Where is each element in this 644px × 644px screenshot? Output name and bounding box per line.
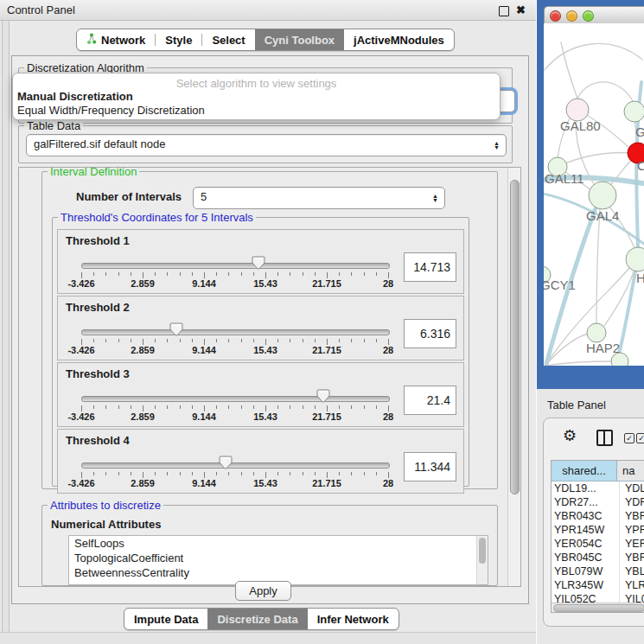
- cell-name: YDL1: [620, 481, 644, 495]
- tick-mark: [290, 472, 290, 475]
- threshold-value-field[interactable]: 6.316: [404, 319, 456, 348]
- network-node-green[interactable]: [624, 101, 644, 122]
- tick-mark: [118, 472, 119, 475]
- scale-label: -3.426: [55, 345, 107, 355]
- tick-mark: [118, 339, 119, 342]
- table-row[interactable]: YBL079WYBL0: [552, 564, 644, 578]
- scale-label: 21.715: [301, 478, 353, 488]
- tick-mark: [93, 272, 94, 276]
- tab-select[interactable]: Select: [202, 29, 254, 50]
- dropdown-item-equal-width-frequency-discretization[interactable]: Equal Width/Frequency Discretization: [17, 104, 205, 117]
- scale-label: 2.859: [117, 478, 169, 488]
- tick-mark: [290, 405, 290, 409]
- float-window-icon[interactable]: [499, 6, 509, 16]
- threshold-value-field[interactable]: 21.4: [404, 386, 456, 415]
- settings-scrollbar[interactable]: [507, 168, 520, 586]
- tick-mark: [376, 472, 377, 475]
- slider-track[interactable]: [81, 396, 390, 402]
- slider-track[interactable]: [81, 263, 390, 269]
- stepper-icon: ▲▼: [494, 141, 500, 150]
- slider-thumb[interactable]: [169, 322, 183, 337]
- attribute-item-betweennesscentrality[interactable]: BetweennessCentrality: [69, 565, 488, 580]
- tick-mark: [277, 405, 278, 409]
- tick-mark: [327, 472, 328, 478]
- tick-mark: [204, 272, 205, 278]
- network-node-green[interactable]: [589, 182, 616, 209]
- column-header-shared-name[interactable]: shared...: [552, 461, 617, 481]
- control-panel-title: Control Panel: [7, 3, 75, 16]
- tab-style[interactable]: Style: [156, 29, 201, 50]
- numerical-attributes-list[interactable]: SelfLoopsTopologicalCoefficientBetweenne…: [68, 535, 488, 585]
- tick-mark: [290, 339, 290, 342]
- slider-track[interactable]: [81, 329, 390, 335]
- slider-thumb[interactable]: [219, 456, 233, 470]
- threshold-value-field[interactable]: 14.713: [404, 252, 456, 282]
- attribute-item-selfloops[interactable]: SelfLoops: [69, 536, 488, 551]
- table-row[interactable]: YBR043CYBR0: [552, 509, 644, 523]
- table-row[interactable]: YBR045CYBR0: [552, 551, 644, 564]
- checkbox-icon[interactable]: ✓: [624, 433, 634, 443]
- tick-mark: [228, 339, 229, 342]
- mode-tab-discretize-data[interactable]: Discretize Data: [207, 609, 307, 629]
- column-header-name[interactable]: na: [617, 461, 644, 481]
- tab-cyni-toolbox[interactable]: Cyni Toolbox: [255, 29, 344, 50]
- table-data-group: Table Data galFiltered.sif default node …: [18, 125, 513, 163]
- table-horizontal-scrollbar[interactable]: [552, 603, 644, 612]
- panel-left-strip: [2, 21, 10, 644]
- table-row[interactable]: YDR27...YDR2: [552, 495, 644, 509]
- table-data-combo[interactable]: galFiltered.sif default node ▲▼: [26, 134, 507, 156]
- tab-jactivemnodules[interactable]: jActiveMNodules: [344, 29, 454, 50]
- cell-shared-name: YLR345W: [552, 578, 620, 592]
- cell-name: YBR0: [620, 509, 644, 523]
- tick-mark: [388, 472, 389, 478]
- threshold-label: Threshold 2: [66, 301, 130, 314]
- tick-mark: [155, 405, 156, 409]
- network-node-label: GA: [635, 124, 644, 139]
- tick-mark: [364, 405, 365, 409]
- slider-track[interactable]: [81, 462, 390, 469]
- tab-network[interactable]: Network: [77, 29, 155, 50]
- list-scrollbar[interactable]: [476, 536, 488, 584]
- table-row[interactable]: YIL052CYIL0: [552, 592, 644, 603]
- tick-mark: [105, 405, 106, 409]
- tick-mark: [180, 272, 181, 276]
- network-canvas[interactable]: GAL80GACGAL11GAL4GCY1HHAP2: [544, 23, 644, 366]
- scale-label: 15.43: [239, 478, 291, 488]
- mode-tab-infer-network[interactable]: Infer Network: [308, 609, 399, 629]
- table-panel: Table Panel ⚙ ✓ ✓ shared... na YDL19...Y…: [537, 389, 644, 644]
- mode-tab-label: Discretize Data: [217, 613, 297, 626]
- zoom-light-icon[interactable]: [583, 10, 594, 22]
- slider-thumb[interactable]: [316, 389, 330, 404]
- main-tab-bar: NetworkStyleSelectCyni ToolboxjActiveMNo…: [76, 29, 455, 51]
- number-of-intervals-combo[interactable]: 5 ▲▼: [193, 187, 445, 209]
- network-node-green[interactable]: [626, 247, 644, 271]
- table-data-title: Table Data: [24, 119, 83, 132]
- table-row[interactable]: YPR145WYPR1: [552, 523, 644, 537]
- slider-thumb[interactable]: [252, 256, 265, 271]
- cell-shared-name: YER054C: [552, 537, 620, 551]
- table-row[interactable]: YDL19...YDL1: [552, 481, 644, 495]
- tick-mark: [351, 339, 352, 342]
- checkbox-icon[interactable]: ✓: [636, 433, 644, 443]
- apply-button[interactable]: Apply: [235, 581, 291, 601]
- gear-icon[interactable]: ⚙: [563, 426, 577, 445]
- close-light-icon[interactable]: [550, 10, 561, 22]
- tick-mark: [265, 272, 266, 278]
- attribute-item-topologicalcoefficient[interactable]: TopologicalCoefficient: [69, 551, 488, 565]
- table-header-row: shared... na: [552, 461, 644, 481]
- cell-name: YER0: [620, 537, 644, 551]
- tick-mark: [277, 339, 278, 342]
- close-icon[interactable]: ✖: [515, 4, 526, 16]
- columns-icon[interactable]: [596, 430, 613, 446]
- scale-label: 15.43: [239, 411, 291, 422]
- table-row[interactable]: YER054CYER0: [552, 537, 644, 551]
- minimize-light-icon[interactable]: [566, 10, 577, 22]
- dropdown-item-manual-discretization[interactable]: Manual Discretization: [17, 90, 133, 103]
- cell-shared-name: YDR27...: [552, 495, 620, 509]
- tick-mark: [105, 339, 106, 342]
- mode-tab-impute-data[interactable]: Impute Data: [124, 609, 207, 629]
- threshold-value-field[interactable]: 11.344: [404, 452, 456, 481]
- tick-mark: [131, 339, 131, 342]
- network-node-green[interactable]: [587, 323, 606, 342]
- table-row[interactable]: YLR345WYLR3: [552, 578, 644, 592]
